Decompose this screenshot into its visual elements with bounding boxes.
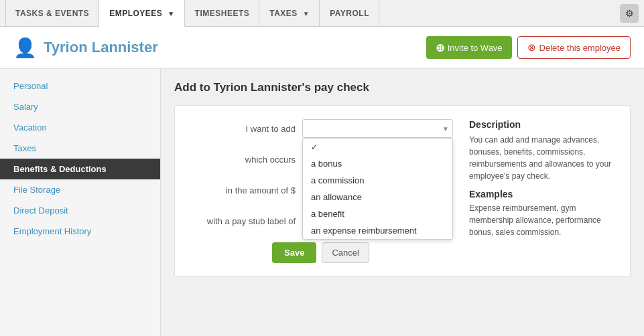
examples-text: Expense reimbursement, gym membership al…	[469, 202, 617, 238]
sidebar-item-personal[interactable]: Personal	[0, 76, 160, 96]
employee-name: Tyrion Lannister	[44, 39, 158, 56]
page-title: Add to Tyrion Lannister's pay check	[174, 81, 631, 94]
description-text: You can add and manage advances, bonuses…	[469, 134, 617, 182]
tab-tasks[interactable]: Tasks & Events	[5, 0, 99, 27]
add-type-select[interactable]	[302, 119, 453, 138]
checkmark-icon: ✓	[311, 143, 320, 152]
sidebar-item-benefits[interactable]: Benefits & Deductions	[0, 159, 160, 179]
page-header: 👤 Tyrion Lannister ⊕ Invite to Wave ⊗ De…	[0, 27, 644, 69]
dropdown-option-expense[interactable]: an expense reimbursement	[303, 222, 452, 239]
save-button[interactable]: Save	[272, 242, 316, 263]
sidebar-item-file-storage[interactable]: File Storage	[0, 179, 160, 200]
sidebar-item-employment-history[interactable]: Employment History	[0, 221, 160, 242]
employees-dropdown-arrow: ▼	[168, 10, 174, 17]
sidebar-item-taxes[interactable]: Taxes	[0, 138, 160, 159]
dropdown-option-benefit[interactable]: a benefit	[303, 205, 452, 222]
form-fields: I want to add ▼ ✓ a bonus a commiss	[188, 119, 453, 263]
add-type-label: I want to add	[188, 124, 302, 134]
cancel-button[interactable]: Cancel	[322, 242, 369, 263]
sidebar-item-direct-deposit[interactable]: Direct Deposit	[0, 200, 160, 221]
settings-gear-icon[interactable]: ⚙	[620, 4, 639, 23]
dropdown-option-allowance[interactable]: an allowance	[303, 189, 452, 205]
form-actions: Save Cancel	[188, 242, 453, 263]
top-navigation: Tasks & Events Employees ▼ Timesheets Ta…	[0, 0, 644, 27]
add-pay-check-form: I want to add ▼ ✓ a bonus a commiss	[174, 105, 631, 277]
tab-payroll[interactable]: Payroll	[320, 0, 379, 27]
occurs-label: which occurs	[188, 155, 302, 165]
sidebar: Personal Salary Vacation Taxes Benefits …	[0, 69, 161, 336]
tab-taxes[interactable]: Taxes ▼	[259, 0, 320, 27]
dropdown-checkmark-row[interactable]: ✓	[303, 139, 452, 155]
invite-plus-icon: ⊕	[436, 41, 444, 54]
sidebar-item-vacation[interactable]: Vacation	[0, 117, 160, 138]
add-type-row: I want to add ▼ ✓ a bonus a commiss	[188, 119, 453, 138]
stub-label: with a pay stub label of	[188, 216, 302, 226]
description-panel: Description You can add and manage advan…	[469, 119, 617, 263]
amount-label: in the amount of $	[188, 185, 302, 195]
dropdown-option-commission[interactable]: a commission	[303, 172, 452, 189]
header-actions: ⊕ Invite to Wave ⊗ Delete this employee	[426, 36, 631, 59]
delete-x-icon: ⊗	[527, 41, 536, 54]
sidebar-item-salary[interactable]: Salary	[0, 96, 160, 117]
employee-avatar-icon: 👤	[13, 37, 37, 59]
invite-to-wave-button[interactable]: ⊕ Invite to Wave	[426, 36, 512, 59]
delete-employee-button[interactable]: ⊗ Delete this employee	[517, 36, 631, 59]
tab-employees[interactable]: Employees ▼	[99, 0, 184, 27]
main-content: Add to Tyrion Lannister's pay check I wa…	[161, 69, 644, 336]
dropdown-option-bonus[interactable]: a bonus	[303, 155, 452, 172]
taxes-dropdown-arrow: ▼	[303, 10, 310, 17]
add-type-dropdown: ✓ a bonus a commission an allowance a be…	[302, 138, 453, 240]
tab-timesheets[interactable]: Timesheets	[185, 0, 260, 27]
description-title: Description	[469, 119, 617, 130]
examples-title: Examples	[469, 189, 617, 199]
main-layout: Personal Salary Vacation Taxes Benefits …	[0, 69, 644, 336]
add-type-select-wrapper: ▼ ✓ a bonus a commission an allowance a …	[302, 119, 453, 138]
